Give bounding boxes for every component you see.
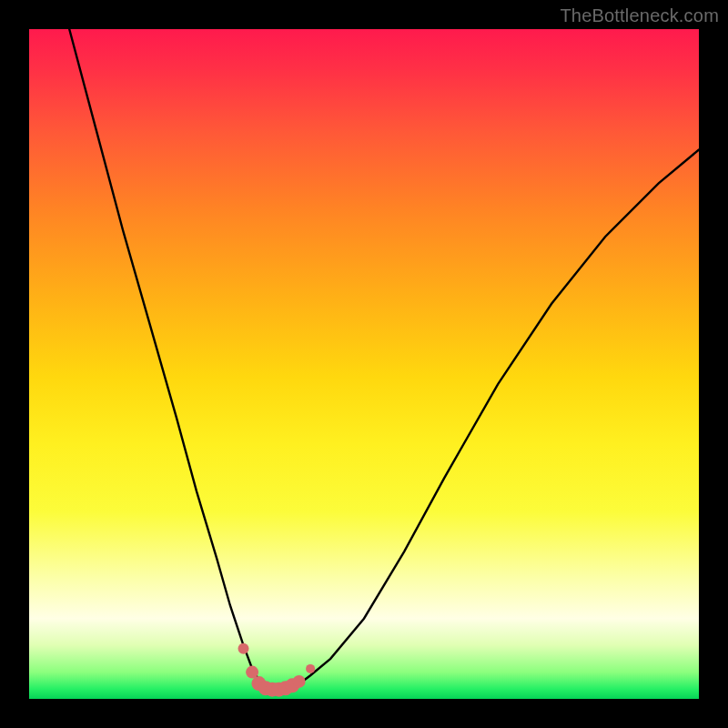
- marker-dot: [238, 643, 249, 654]
- chart-svg: [29, 29, 699, 699]
- marker-dot: [306, 664, 315, 673]
- plot-area: [29, 29, 699, 699]
- watermark-text: TheBottleneck.com: [560, 5, 719, 26]
- bottleneck-curve: [69, 29, 699, 689]
- chart-frame: TheBottleneck.com: [0, 0, 728, 728]
- marker-dot: [293, 675, 306, 688]
- highlight-dots: [238, 643, 316, 697]
